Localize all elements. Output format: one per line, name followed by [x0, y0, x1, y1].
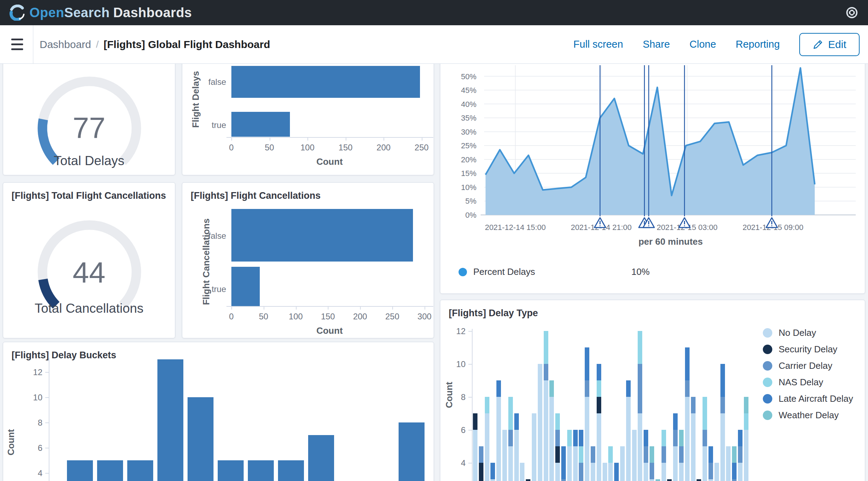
- breadcrumb-separator: /: [96, 39, 99, 50]
- opensearch-logo-icon: [9, 5, 25, 21]
- stacked-bar[interactable]: [473, 413, 477, 481]
- stacked-bar[interactable]: [567, 430, 572, 481]
- stacked-bar[interactable]: [496, 380, 501, 481]
- share-button[interactable]: Share: [643, 39, 670, 50]
- stacked-bar[interactable]: [732, 446, 737, 481]
- opensearch-logo[interactable]: OpenSearchDashboards: [9, 5, 192, 21]
- stacked-bar[interactable]: [585, 347, 589, 481]
- stacked-bar[interactable]: [549, 380, 554, 481]
- stacked-bar[interactable]: [508, 397, 513, 481]
- stacked-bar[interactable]: [656, 479, 660, 481]
- svg-text:2021-12-14 15:00: 2021-12-14 15:00: [485, 223, 546, 232]
- stacked-bar[interactable]: [685, 347, 690, 481]
- stacked-bar[interactable]: [514, 413, 519, 481]
- menu-icon[interactable]: [4, 32, 30, 57]
- delay-buckets-title: [Flights] Delay Buckets: [12, 350, 116, 361]
- stacked-bar[interactable]: [708, 446, 713, 481]
- delay-type-legend-item[interactable]: NAS Delay: [763, 377, 823, 388]
- stacked-bar[interactable]: [638, 331, 642, 481]
- panel-delay-type[interactable]: [Flights] Delay Type Count 1210864 No De…: [440, 300, 865, 481]
- full-screen-button[interactable]: Full screen: [574, 39, 623, 50]
- barh-category-label: true: [193, 120, 226, 130]
- stacked-bar[interactable]: [603, 463, 607, 481]
- panel-delay-buckets[interactable]: [Flights] Delay Buckets Count 1210864: [3, 342, 434, 481]
- y-axis-tick-label: 12: [28, 367, 42, 377]
- help-icon[interactable]: [845, 6, 859, 20]
- delay-type-legend-item[interactable]: Weather Delay: [763, 410, 839, 421]
- stacked-bar[interactable]: [479, 446, 483, 481]
- stacked-bar[interactable]: [703, 397, 707, 481]
- stacked-bar[interactable]: [691, 397, 696, 481]
- delay-type-legend-item[interactable]: No Delay: [763, 327, 816, 338]
- stacked-bar[interactable]: [662, 430, 666, 481]
- stacked-bar[interactable]: [561, 446, 566, 481]
- stacked-bar[interactable]: [591, 446, 595, 481]
- stacked-bar[interactable]: [620, 446, 625, 481]
- histogram-bar[interactable]: [399, 422, 425, 481]
- histogram-bar[interactable]: [127, 460, 153, 481]
- stacked-bar[interactable]: [579, 430, 583, 481]
- histogram-bar[interactable]: [67, 460, 93, 481]
- stacked-bar[interactable]: [667, 479, 672, 481]
- stacked-bar[interactable]: [526, 479, 530, 481]
- stacked-bar[interactable]: [608, 446, 613, 481]
- x-axis-tick: [346, 137, 346, 141]
- stacked-bar[interactable]: [632, 430, 637, 481]
- panel-delay-percentages[interactable]: 0%5%10%15%20%25%30%35%40%45%50%2021-12-1…: [440, 64, 865, 294]
- histogram-bar[interactable]: [188, 397, 213, 481]
- reporting-button[interactable]: Reporting: [736, 39, 780, 50]
- stacked-bar[interactable]: [597, 364, 601, 481]
- panel-flight-cancellations[interactable]: [Flights] Flight Cancellations Flight Ca…: [182, 182, 434, 338]
- x-axis-tick: [360, 306, 361, 310]
- panel-total-flight-cancellations[interactable]: [Flights] Total Flight Cancellations 44 …: [3, 182, 175, 338]
- histogram-bar[interactable]: [97, 460, 123, 481]
- histogram-bar[interactable]: [278, 460, 304, 481]
- breadcrumb-dashboard[interactable]: Dashboard: [40, 39, 91, 50]
- percent-delays-legend[interactable]: Percent Delays: [459, 266, 535, 277]
- stacked-bar[interactable]: [490, 463, 495, 481]
- x-axis-tick: [231, 137, 232, 141]
- stacked-bar[interactable]: [532, 413, 536, 481]
- clone-button[interactable]: Clone: [690, 39, 716, 50]
- stacked-bar[interactable]: [744, 397, 748, 481]
- stacked-bar[interactable]: [644, 430, 648, 481]
- stacked-bar[interactable]: [502, 430, 507, 481]
- histogram-bar[interactable]: [157, 359, 183, 481]
- panel-total-delays[interactable]: 77 Total Delays: [3, 64, 175, 175]
- edit-button[interactable]: Edit: [799, 33, 860, 56]
- delay-type-legend-item[interactable]: Security Delay: [763, 344, 838, 355]
- x-axis-tick-label: 300: [411, 312, 434, 321]
- stacked-bar-segment: [626, 380, 631, 397]
- stacked-bar[interactable]: [650, 446, 654, 481]
- stacked-bar[interactable]: [544, 331, 548, 481]
- stacked-bar[interactable]: [720, 364, 725, 481]
- stacked-bar[interactable]: [520, 463, 524, 481]
- stacked-bar-segment: [679, 446, 684, 463]
- delay-type-legend-item[interactable]: Carrier Delay: [763, 360, 832, 371]
- percent-delays-legend-value: 10%: [631, 266, 650, 277]
- stacked-bar[interactable]: [738, 430, 742, 481]
- stacked-bar-segment: [585, 397, 589, 481]
- stacked-bar[interactable]: [714, 463, 719, 481]
- stacked-bar[interactable]: [573, 430, 578, 481]
- stacked-bar[interactable]: [726, 446, 731, 481]
- stacked-bar[interactable]: [538, 364, 542, 481]
- panel-flight-delays[interactable]: Flight Delays falsetrue050100150200250Co…: [182, 64, 434, 175]
- barh-bar[interactable]: [231, 267, 260, 306]
- stacked-bar[interactable]: [614, 463, 619, 481]
- barh-bar[interactable]: [231, 209, 413, 262]
- histogram-bar[interactable]: [218, 460, 244, 481]
- stacked-bar[interactable]: [679, 430, 684, 481]
- stacked-bar-segment: [691, 413, 696, 481]
- histogram-bar[interactable]: [248, 460, 274, 481]
- barh-bar[interactable]: [231, 112, 290, 137]
- stacked-bar[interactable]: [697, 479, 701, 481]
- stacked-bar[interactable]: [626, 380, 631, 481]
- barh-bar[interactable]: [231, 66, 420, 98]
- stacked-bar[interactable]: [673, 413, 678, 481]
- stacked-bar[interactable]: [485, 397, 489, 481]
- histogram-bar[interactable]: [308, 435, 334, 481]
- stacked-bar-segment: [597, 413, 601, 481]
- delay-type-legend-item[interactable]: Late Aircraft Delay: [763, 393, 853, 404]
- stacked-bar[interactable]: [555, 413, 560, 481]
